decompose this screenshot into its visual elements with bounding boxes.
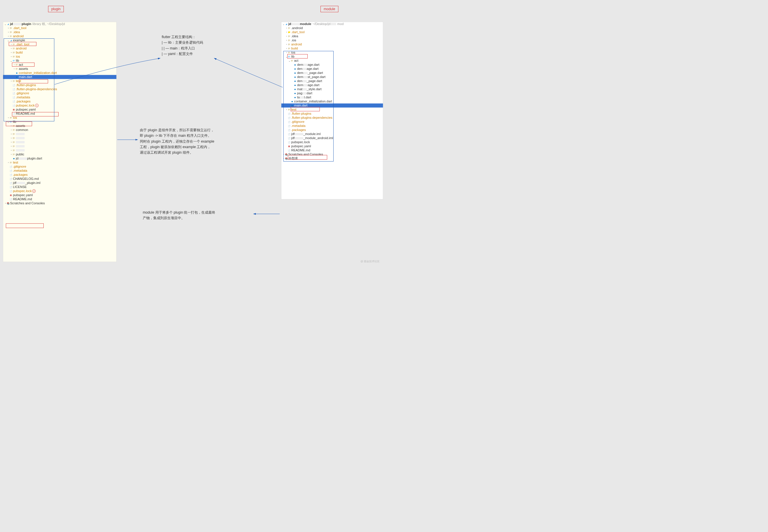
tree-row[interactable]: lib xyxy=(3,120,116,124)
tree-row[interactable]: .dart_tool xyxy=(282,30,383,34)
file-name: .gitignore xyxy=(291,120,305,124)
file-name: example xyxy=(13,38,25,42)
tree-row[interactable]: demage.dart xyxy=(282,63,383,67)
tree-row[interactable]: .flutter-plugins xyxy=(3,83,116,87)
tree-row[interactable]: ios xyxy=(3,55,116,59)
tree-row[interactable]: test xyxy=(3,79,116,83)
file-name: README.md xyxy=(13,197,32,201)
tree-row[interactable]: jdf_module.iml xyxy=(282,132,383,136)
tree-row[interactable]: .gitignore xyxy=(3,165,116,169)
tree-row[interactable]: den_page.dart xyxy=(282,79,383,83)
chevron-down-icon xyxy=(10,59,13,62)
chevron-right-icon xyxy=(10,133,13,135)
file-icon xyxy=(288,133,291,136)
tree-row[interactable]: .gitignore xyxy=(3,91,116,95)
tree-row[interactable]: demst_page.dart xyxy=(282,75,383,79)
tree-row-scratches[interactable]: 📚Scratches and Consoles xyxy=(3,201,116,205)
tree-row[interactable]: .ios xyxy=(282,38,383,42)
tree-root[interactable]: jdmodule ~/Desktop/jd mod xyxy=(282,22,383,26)
chevron-right-icon xyxy=(10,51,13,54)
tree-row[interactable]: android xyxy=(282,42,383,47)
tree-row[interactable] xyxy=(3,136,116,140)
tree-row[interactable]: .metadata xyxy=(3,169,116,173)
tree-row[interactable]: .flutter-plugins xyxy=(282,112,383,116)
tree-row[interactable]: LICENSE xyxy=(3,185,116,189)
chevron-down-icon xyxy=(289,59,291,62)
tree-row[interactable]: pubspec.yaml xyxy=(3,193,116,197)
file-name: pubspec.lock xyxy=(16,104,35,107)
tree-row[interactable]: act xyxy=(3,63,116,67)
tree-row[interactable]: build xyxy=(282,47,383,51)
suffix: plugin.dart xyxy=(27,157,42,160)
tree-row[interactable]: .metadata xyxy=(3,95,116,100)
tree-row[interactable]: common xyxy=(3,128,116,132)
tree-row[interactable]: .android xyxy=(282,26,383,30)
tree-row-lib[interactable]: lib xyxy=(3,59,116,63)
tree-row[interactable]: dem_page.dart xyxy=(282,71,383,75)
file-name: assets xyxy=(16,124,25,128)
tree-row[interactable]: .dart_tool xyxy=(3,42,116,47)
tree-row[interactable]: denage.dart xyxy=(282,67,383,71)
tree-row[interactable]: README.md xyxy=(3,197,116,201)
tree-row[interactable]: assets xyxy=(3,124,116,128)
tree-row[interactable]: pubspec.lock1 xyxy=(3,104,116,108)
tree-row[interactable]: README.md xyxy=(282,148,383,152)
tree-row[interactable] xyxy=(3,132,116,136)
tree-row[interactable] xyxy=(3,140,116,144)
blurred-text xyxy=(295,137,303,139)
tree-row-lib[interactable]: lib xyxy=(282,55,383,59)
file-icon xyxy=(13,104,15,107)
tree-row-main-selected[interactable]: main.dart xyxy=(3,75,116,79)
tree-row[interactable]: test xyxy=(3,161,116,165)
chevron-down-icon xyxy=(286,55,288,58)
tree-row-main-selected[interactable]: main.dart xyxy=(282,104,383,108)
tree-row[interactable]: .packages xyxy=(3,173,116,177)
watermark: @ 掘金技术社区 xyxy=(360,260,380,263)
tree-row[interactable]: container_initialization.dart xyxy=(282,100,383,104)
yaml-icon xyxy=(13,108,15,111)
tree-row[interactable] xyxy=(3,148,116,152)
tree-row[interactable]: tal.dart xyxy=(282,95,383,100)
tree-row[interactable]: public xyxy=(3,152,116,157)
prefix: dem xyxy=(297,71,303,75)
file-name: lib xyxy=(13,120,16,124)
tree-row[interactable]: demage.dart xyxy=(282,83,383,87)
tree-row-scratches[interactable]: 📚Scratches and Consoles xyxy=(282,152,383,157)
tree-row[interactable]: test xyxy=(282,108,383,112)
tree-row[interactable]: android xyxy=(3,47,116,51)
tree-row-example[interactable]: example xyxy=(3,38,116,42)
tree-row[interactable]: mat_style.dart xyxy=(282,87,383,91)
tree-row[interactable]: jdplugin.dart xyxy=(3,157,116,161)
tree-row[interactable]: assets xyxy=(3,67,116,71)
tree-row[interactable]: pubspec.lock2 xyxy=(3,189,116,193)
tree-row[interactable]: jdf_plugin.iml xyxy=(3,181,116,185)
tree-row[interactable] xyxy=(3,144,116,148)
tree-row[interactable]: .packages xyxy=(282,128,383,132)
tree-row[interactable]: container_initialization.dart xyxy=(3,71,116,75)
tree-row[interactable]: .idea xyxy=(3,30,116,34)
tree-row[interactable]: pubspec.yaml xyxy=(3,108,116,112)
blurred-text xyxy=(18,157,27,160)
tree-row[interactable]: ios xyxy=(282,51,383,55)
tree-row[interactable]: build xyxy=(3,51,116,55)
tree-row[interactable]: jdf_module_android.iml xyxy=(282,136,383,140)
suffix: _module.iml xyxy=(303,132,321,136)
tree-row[interactable]: pubspec.yaml xyxy=(282,144,383,148)
tree-row[interactable]: pagdart xyxy=(282,91,383,95)
tree-row[interactable]: README.md xyxy=(3,112,116,116)
tree-row[interactable]: .metadata xyxy=(282,124,383,128)
tree-row[interactable]: android xyxy=(3,34,116,38)
tree-root[interactable]: jdplugin library 根, ~/Desktop/jd xyxy=(3,22,116,26)
tree-row[interactable]: .flutter-plugins-dependencies xyxy=(282,116,383,120)
tree-row[interactable]: ios xyxy=(3,116,116,120)
tree-row-external[interactable]: 📚外部库 xyxy=(282,157,383,161)
tree-row[interactable]: .dart_tool xyxy=(3,26,116,30)
tree-row[interactable]: .flutter-plugins-dependencies xyxy=(3,87,116,91)
file-icon xyxy=(10,182,13,185)
tree-row[interactable]: .idea xyxy=(282,34,383,38)
tree-row[interactable]: CHANGELOG.md xyxy=(3,177,116,181)
tree-row[interactable]: act xyxy=(282,59,383,63)
tree-row[interactable]: .packages xyxy=(3,100,116,104)
tree-row[interactable]: pubspec.lock xyxy=(282,140,383,144)
tree-row[interactable]: .gitignore xyxy=(282,120,383,124)
